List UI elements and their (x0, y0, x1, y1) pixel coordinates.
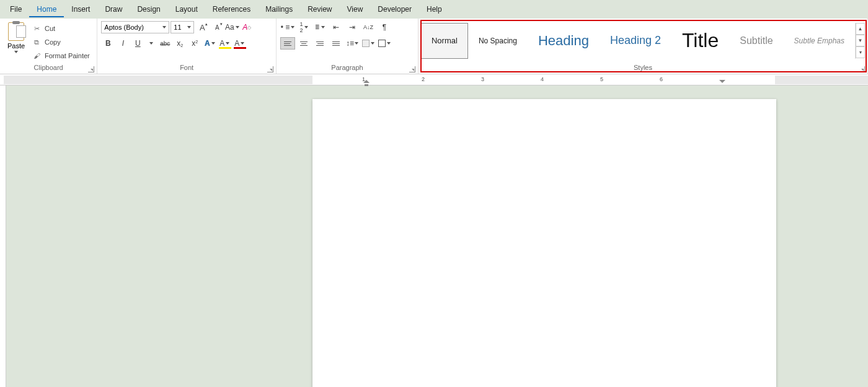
paste-icon (8, 22, 24, 41)
group-styles-label: Styles (634, 64, 652, 71)
clear-format-button[interactable]: A◇ (240, 21, 254, 33)
underline-button[interactable]: U (131, 37, 144, 50)
scissors-icon: ✂ (32, 24, 41, 33)
bold-button[interactable]: B (101, 37, 115, 50)
chevron-down-icon (387, 42, 391, 45)
group-paragraph: • ≡ 12 ≣ ⇤ ⇥ A↓Z ¶ ↕≡ (277, 19, 418, 74)
menu-home[interactable]: Home (29, 1, 64, 17)
chevron-down-icon (236, 26, 239, 28)
styles-scroll-1[interactable]: ▼ (856, 35, 865, 46)
highlight-button[interactable]: A (218, 37, 231, 50)
styles-scroll-0[interactable]: ▲ (856, 23, 865, 35)
chevron-down-icon (304, 26, 308, 28)
chevron-down-icon (241, 42, 244, 45)
underline-menu[interactable] (146, 37, 157, 50)
group-font-label: Font (180, 64, 193, 71)
increase-indent-button[interactable]: ⇥ (345, 21, 360, 33)
ruler-margin-left (4, 76, 312, 84)
shading-button[interactable] (361, 37, 376, 50)
paste-button[interactable]: Paste (4, 21, 29, 53)
font-size-select[interactable]: 11 (170, 21, 194, 33)
menu-mailings[interactable]: Mailings (258, 1, 300, 17)
menu-file[interactable]: File (2, 1, 29, 17)
menu-insert[interactable]: Insert (64, 1, 97, 17)
right-indent-marker[interactable] (719, 80, 725, 83)
multilevel-button[interactable]: ≣ (312, 21, 327, 33)
menu-references[interactable]: References (205, 1, 258, 17)
grow-font-button[interactable]: A▴ (195, 21, 209, 33)
align-right-button[interactable] (312, 37, 327, 50)
format-painter-label: Format Painter (45, 52, 90, 59)
document-page[interactable] (312, 99, 776, 387)
group-clipboard-label: Clipboard (34, 64, 63, 71)
styles-launcher[interactable] (859, 66, 865, 72)
font-name-value: Aptos (Body) (104, 24, 144, 31)
menu-developer[interactable]: Developer (370, 1, 419, 17)
sort-button[interactable]: A↓Z (361, 21, 376, 33)
line-spacing-button[interactable]: ↕≡ (345, 37, 360, 50)
borders-button[interactable] (377, 37, 392, 50)
ruler-margin-right (775, 76, 868, 84)
chevron-down-icon (321, 26, 325, 28)
menu-bar: File Home Insert Draw Design Layout Refe… (0, 0, 868, 19)
menu-design[interactable]: Design (130, 1, 167, 17)
menu-review[interactable]: Review (300, 1, 339, 17)
paste-label: Paste (7, 42, 25, 50)
font-color-button[interactable]: A (232, 37, 246, 50)
text-effects-button[interactable]: A (203, 37, 216, 50)
ribbon: Paste ✂Cut ⧉Copy 🖌Format Painter Clipboa… (0, 19, 868, 74)
styles-scroll-2[interactable]: ▾ (856, 46, 865, 58)
workspace: 123456 (0, 74, 868, 387)
style-heading[interactable]: Heading (528, 23, 600, 59)
format-painter-button[interactable]: 🖌Format Painter (31, 50, 91, 62)
group-paragraph-label: Paragraph (331, 64, 363, 71)
menu-draw[interactable]: Draw (97, 1, 130, 17)
copy-label: Copy (45, 38, 61, 46)
style-no-spacing[interactable]: No Spacing (468, 23, 528, 59)
style-subtitle[interactable]: Subtitle (729, 23, 783, 59)
indent-marker[interactable] (363, 80, 370, 84)
strike-button[interactable]: abc (158, 37, 172, 50)
chevron-down-icon[interactable] (14, 51, 18, 53)
clipboard-launcher[interactable] (88, 66, 94, 72)
chevron-down-icon (226, 42, 229, 45)
cut-label: Cut (45, 25, 55, 32)
font-size-value: 11 (174, 24, 181, 31)
copy-button[interactable]: ⧉Copy (31, 36, 91, 48)
style-title[interactable]: Title (671, 23, 729, 59)
menu-view[interactable]: View (340, 1, 371, 17)
group-clipboard: Paste ✂Cut ⧉Copy 🖌Format Painter Clipboa… (0, 19, 97, 74)
font-name-select[interactable]: Aptos (Body) (101, 21, 169, 33)
align-left-button[interactable] (280, 37, 295, 50)
font-launcher[interactable] (267, 66, 273, 72)
ruler-vertical[interactable] (0, 85, 6, 387)
style-subtle-emphas[interactable]: Subtle Emphas (784, 23, 855, 59)
change-case-button[interactable]: Aa (225, 21, 239, 33)
group-font: Aptos (Body) 11 A▴ A▾ Aa A◇ B I U abc x2… (97, 19, 277, 74)
bullets-button[interactable]: • ≡ (280, 21, 295, 33)
style-heading-2[interactable]: Heading 2 (600, 23, 671, 59)
group-styles: NormalNo SpacingHeadingHeading 2TitleSub… (418, 19, 868, 74)
chevron-down-icon (291, 26, 294, 28)
chevron-down-icon (149, 42, 153, 45)
show-marks-button[interactable]: ¶ (377, 21, 392, 33)
menu-help[interactable]: Help (419, 1, 450, 17)
chevron-down-icon (187, 26, 191, 28)
italic-button[interactable]: I (116, 37, 130, 50)
decrease-indent-button[interactable]: ⇤ (329, 21, 343, 33)
justify-button[interactable] (329, 37, 343, 50)
menu-layout[interactable]: Layout (168, 1, 205, 17)
chevron-down-icon (162, 26, 166, 28)
numbering-button[interactable]: 12 (296, 21, 311, 33)
chevron-down-icon (355, 42, 358, 45)
ruler-horizontal[interactable]: 123456 (0, 74, 868, 85)
cut-button[interactable]: ✂Cut (31, 22, 91, 35)
subscript-button[interactable]: x2 (173, 37, 187, 50)
brush-icon: 🖌 (32, 51, 41, 60)
align-center-button[interactable] (296, 37, 311, 50)
superscript-button[interactable]: x2 (188, 37, 202, 50)
shrink-font-button[interactable]: A▾ (210, 21, 224, 33)
chevron-down-icon (371, 42, 374, 45)
style-normal[interactable]: Normal (421, 23, 468, 59)
paragraph-launcher[interactable] (409, 66, 415, 72)
